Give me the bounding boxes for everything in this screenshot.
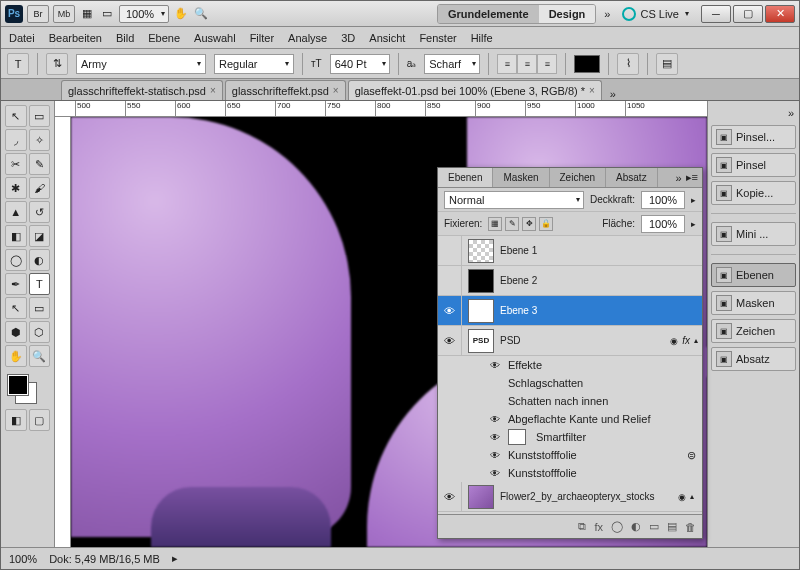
layer-thumb[interactable] <box>468 239 494 263</box>
panel-tab-ebenen[interactable]: Ebenen <box>438 168 493 187</box>
layer-thumb[interactable]: PSD <box>468 299 494 323</box>
dock-button-masken[interactable]: ▣Masken <box>711 291 796 315</box>
menu-hilfe[interactable]: Hilfe <box>471 32 493 44</box>
tool-preset-icon[interactable]: T <box>7 53 29 75</box>
text-color-swatch[interactable] <box>574 55 600 73</box>
new-layer-icon[interactable]: ▤ <box>667 520 677 533</box>
antialias-select[interactable]: Scharf <box>424 54 480 74</box>
menu-analyse[interactable]: Analyse <box>288 32 327 44</box>
document-tab[interactable]: glasschrifteffekt-statisch.psd× <box>61 80 223 100</box>
font-size-field[interactable]: 640 Pt <box>330 54 390 74</box>
layer-row[interactable]: Ebene 1 <box>438 236 702 266</box>
3d-tool[interactable]: ⬢ <box>5 321 27 343</box>
blend-mode-select[interactable]: Normal <box>444 191 584 209</box>
zoom-tool[interactable]: 🔍 <box>29 345 51 367</box>
layer-row[interactable]: 👁PSDPSD◉fx▴ <box>438 326 702 356</box>
menu-ansicht[interactable]: Ansicht <box>369 32 405 44</box>
view-arrange-icon[interactable]: ▭ <box>99 7 115 20</box>
visibility-icon[interactable]: 👁 <box>488 432 502 443</box>
zoom-icon[interactable]: 🔍 <box>193 7 209 20</box>
lasso-tool[interactable]: ◞ <box>5 129 27 151</box>
visibility-icon[interactable]: 👁 <box>488 360 502 371</box>
visibility-icon[interactable]: 👁 <box>438 296 462 325</box>
tab-close-icon[interactable]: × <box>333 85 339 96</box>
cslive-button[interactable]: CS Live▾ <box>622 7 689 21</box>
maximize-button[interactable]: ▢ <box>733 5 763 23</box>
fx-icon[interactable]: fx <box>594 521 603 533</box>
visibility-icon[interactable]: 👁 <box>488 450 502 461</box>
bridge-button[interactable]: Br <box>27 5 49 23</box>
panel-tab-absatz[interactable]: Absatz <box>606 168 658 187</box>
workspace-active[interactable]: Grundelemente <box>438 5 539 23</box>
visibility-icon[interactable] <box>438 266 462 295</box>
dock-button-pinsel[interactable]: ▣Pinsel... <box>711 125 796 149</box>
filter-mask-thumb[interactable] <box>508 429 526 445</box>
dodge-tool[interactable]: ◐ <box>29 249 51 271</box>
close-button[interactable]: ✕ <box>765 5 795 23</box>
status-zoom[interactable]: 100% <box>9 553 37 565</box>
document-tab[interactable]: glasschrifteffekt.psd× <box>225 80 346 100</box>
menu-bild[interactable]: Bild <box>116 32 134 44</box>
layer-name[interactable]: Ebene 1 <box>500 245 698 256</box>
warp-text-icon[interactable]: ⌇ <box>617 53 639 75</box>
hand-icon[interactable]: ✋ <box>173 7 189 20</box>
color-swatches[interactable] <box>5 375 50 407</box>
visibility-icon[interactable]: 👁 <box>438 482 462 511</box>
view-extras-icon[interactable]: ▦ <box>79 7 95 20</box>
layer-name[interactable]: PSD <box>500 335 670 346</box>
menu-bearbeiten[interactable]: Bearbeiten <box>49 32 102 44</box>
dock-button-mini[interactable]: ▣Mini ... <box>711 222 796 246</box>
expand-icon[interactable]: ▴ <box>694 336 698 345</box>
text-orientation-icon[interactable]: ⇅ <box>46 53 68 75</box>
layer-name[interactable]: Ebene 2 <box>500 275 698 286</box>
history-brush-tool[interactable]: ↺ <box>29 201 51 223</box>
fill-field[interactable]: 100% <box>641 215 685 233</box>
font-family-select[interactable]: Army <box>76 54 206 74</box>
wand-tool[interactable]: ✧ <box>29 129 51 151</box>
text-align-group[interactable]: ≡≡≡ <box>497 54 557 74</box>
foreground-color[interactable] <box>8 375 28 395</box>
layer-row[interactable]: 👁PSDEbene 3 <box>438 296 702 326</box>
visibility-icon[interactable]: 👁 <box>488 468 502 479</box>
opacity-field[interactable]: 100% <box>641 191 685 209</box>
tab-close-icon[interactable]: × <box>589 85 595 96</box>
menu-3d[interactable]: 3D <box>341 32 355 44</box>
zoom-select[interactable]: 100% <box>119 5 169 23</box>
minimize-button[interactable]: ─ <box>701 5 731 23</box>
filter-blend-icon[interactable]: ⊜ <box>687 449 696 462</box>
layer-effect[interactable]: 👁Abgeflachte Kante und Relief <box>438 410 702 428</box>
layer-effect[interactable]: 👁Kunststofffolie <box>438 464 702 482</box>
visibility-icon[interactable] <box>438 236 462 265</box>
status-flyout-icon[interactable]: ▸ <box>172 552 178 565</box>
layer-row[interactable]: 👁Flower2_by_archaeopteryx_stocks◉▴ <box>438 482 702 512</box>
layer-name[interactable]: Ebene 3 <box>500 305 698 316</box>
dock-button-kopie[interactable]: ▣Kopie... <box>711 181 796 205</box>
panel-tab-masken[interactable]: Masken <box>493 168 549 187</box>
menu-ebene[interactable]: Ebene <box>148 32 180 44</box>
expand-icon[interactable]: ▴ <box>690 492 694 501</box>
dock-button-pinsel[interactable]: ▣Pinsel <box>711 153 796 177</box>
menu-datei[interactable]: Datei <box>9 32 35 44</box>
visibility-icon[interactable]: 👁 <box>488 414 502 425</box>
pen-tool[interactable]: ✒ <box>5 273 27 295</box>
menu-fenster[interactable]: Fenster <box>419 32 456 44</box>
adjust-icon[interactable]: ◐ <box>631 520 641 533</box>
workspace-other[interactable]: Design <box>539 5 596 23</box>
eyedropper-tool[interactable]: ✎ <box>29 153 51 175</box>
dock-button-absatz[interactable]: ▣Absatz <box>711 347 796 371</box>
type-tool[interactable]: T <box>29 273 51 295</box>
document-tab[interactable]: glaseffekt-01.psd bei 100% (Ebene 3, RGB… <box>348 80 602 100</box>
mask-icon[interactable]: ◯ <box>611 520 623 533</box>
dock-button-zeichen[interactable]: ▣Zeichen <box>711 319 796 343</box>
layer-name[interactable]: Flower2_by_archaeopteryx_stocks <box>500 491 678 502</box>
3d-camera-tool[interactable]: ⬡ <box>29 321 51 343</box>
workspace-switcher[interactable]: Grundelemente Design <box>437 4 596 24</box>
fill-flyout-icon[interactable]: ▸ <box>691 219 696 229</box>
menu-filter[interactable]: Filter <box>250 32 274 44</box>
char-panel-icon[interactable]: ▤ <box>656 53 678 75</box>
move-tool[interactable]: ↖ <box>5 105 27 127</box>
layer-thumb[interactable] <box>468 269 494 293</box>
tab-close-icon[interactable]: × <box>210 85 216 96</box>
panel-menu-icon[interactable]: ▸≡ <box>686 171 698 184</box>
dock-button-ebenen[interactable]: ▣Ebenen <box>711 263 796 287</box>
